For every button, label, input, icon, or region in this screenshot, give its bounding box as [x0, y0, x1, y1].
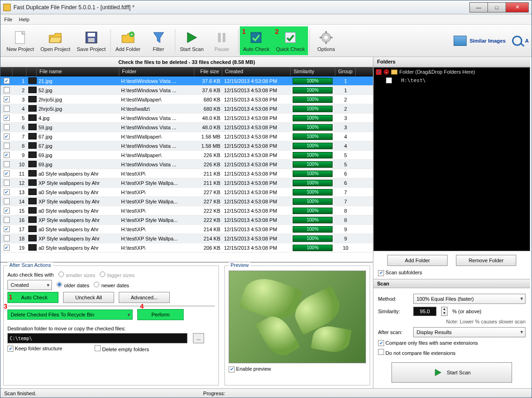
table-row[interactable]: 1069.jpgH:\test\Windows Vista ...226 KB1…	[0, 160, 373, 169]
keep-folder-checkbox[interactable]: Keep folder structure	[7, 346, 62, 352]
info-bar: Check the files to be deleted - 33 files…	[0, 57, 373, 67]
filter-button[interactable]: Filter	[144, 26, 173, 55]
row-checkbox[interactable]	[4, 226, 10, 232]
start-scan-button[interactable]: Start Scan	[177, 26, 207, 55]
table-row[interactable]: 659.jpgH:\test\Windows Vista ...48.0 KB1…	[0, 123, 373, 132]
table-row[interactable]: 16XP Style wallpapers by AhrH:\test\XP S…	[0, 215, 373, 225]
auto-check-action-button[interactable]: Auto Check	[7, 292, 58, 303]
similarity-bar: 100%	[293, 152, 333, 158]
table-row[interactable]: 969.jpgH:\test\Wallpaper\226 KB12/15/201…	[0, 151, 373, 160]
row-checkbox[interactable]	[4, 106, 10, 112]
add-folder-right-button[interactable]: Add Folder	[387, 255, 448, 266]
grid-header[interactable]: File name Folder File size Created Simil…	[0, 67, 373, 76]
quick-check-button[interactable]: 2Quick Check	[273, 26, 308, 55]
after-scan-combo[interactable]: Display Results	[413, 327, 526, 337]
perform-button[interactable]: Perform	[137, 309, 184, 320]
row-checkbox[interactable]	[4, 87, 10, 93]
row-checkbox[interactable]	[4, 208, 10, 214]
spinner-arrows[interactable]: ▲▼	[441, 307, 448, 316]
open-project-button[interactable]: Open Project	[37, 26, 73, 55]
table-row[interactable]: 11a0 Style wallpapers by AhrH:\test\XP\2…	[0, 169, 373, 178]
jpg-icon	[28, 189, 37, 195]
row-checkbox[interactable]	[4, 133, 10, 139]
folders-tree[interactable]: - Folder (Drag&Drop Folders Here) H:\tes…	[373, 67, 530, 251]
table-row[interactable]: 32hrjo5i.jpgH:\test\Wallpaper\680 KB12/1…	[0, 95, 373, 104]
older-dates-radio[interactable]: older dates	[57, 282, 89, 288]
col-filename[interactable]: File name	[37, 67, 119, 76]
advanced-button[interactable]: Advanced...	[119, 292, 170, 303]
start-scan-right-button[interactable]: Start Scan	[391, 362, 512, 383]
uncheck-all-button[interactable]: Uncheck All	[63, 292, 114, 303]
folder-item-row[interactable]: H:\test\	[374, 76, 530, 84]
titlebar[interactable]: Fast Duplicate File Finder 5.0.0.1 - [un…	[0, 0, 532, 14]
maximize-button[interactable]: □	[487, 2, 506, 13]
options-button[interactable]: Options	[311, 26, 341, 55]
smaller-sizes-radio[interactable]: smaller sizes	[58, 272, 96, 278]
no-compare-ext-checkbox[interactable]: Do not compare file extensions	[378, 349, 455, 356]
grid-body[interactable]: 121.jpgH:\test\Windows Vista ...37.6 KB1…	[0, 76, 373, 262]
row-checkbox[interactable]	[4, 124, 10, 130]
table-row[interactable]: 18XP Style wallpapers by AhrH:\test\XP S…	[0, 234, 373, 243]
table-row[interactable]: 13a0 Style wallpapers by AhrH:\test\XP\2…	[0, 188, 373, 197]
row-checkbox[interactable]	[4, 245, 10, 251]
new-project-button[interactable]: New Project	[3, 26, 37, 55]
table-row[interactable]: 767.jpgH:\test\Wallpaper\1.58 MB12/15/20…	[0, 132, 373, 141]
table-row[interactable]: 121.jpgH:\test\Windows Vista ...37.6 KB1…	[0, 76, 373, 86]
minimize-button[interactable]: —	[469, 2, 488, 13]
table-row[interactable]: 14XP Style wallpapers by AhrH:\test\XP S…	[0, 197, 373, 206]
col-similarity[interactable]: Similarity	[291, 67, 335, 76]
auto-check-button[interactable]: 1Auto Check	[240, 26, 273, 55]
row-checkbox[interactable]	[4, 171, 10, 177]
created-combo[interactable]: Created	[7, 280, 52, 290]
destination-path[interactable]: C:\temp\	[7, 333, 187, 343]
row-checkbox[interactable]	[4, 143, 10, 149]
method-combo[interactable]: 100% Equal Files (faster)	[413, 294, 526, 304]
row-checkbox[interactable]	[4, 198, 10, 204]
similarity-spinner[interactable]: 95.0	[413, 307, 436, 316]
row-checkbox[interactable]	[4, 161, 10, 167]
row-checkbox[interactable]	[4, 152, 10, 158]
table-row[interactable]: 12XP Style wallpapers by AhrH:\test\XP S…	[0, 178, 373, 188]
pause-button[interactable]: Pause	[207, 26, 237, 55]
exclude-icon[interactable]: -	[384, 69, 389, 75]
save-project-button[interactable]: Save Project	[74, 26, 109, 55]
row-checkbox[interactable]	[4, 115, 10, 121]
table-row[interactable]: 867.jpgH:\test\Windows Vista ...1.58 MB1…	[0, 141, 373, 151]
row-checkbox[interactable]	[4, 235, 10, 241]
folder-item-check[interactable]	[386, 77, 392, 83]
table-row[interactable]: 42hrjo5i.jpgH:\test\wallz\680 KB12/15/20…	[0, 104, 373, 114]
folder-root-row[interactable]: - Folder (Drag&Drop Folders Here)	[374, 68, 530, 76]
row-checkbox[interactable]	[4, 189, 10, 195]
col-folder[interactable]: Folder	[119, 67, 194, 76]
col-size[interactable]: File size	[194, 67, 222, 76]
action-combo[interactable]: Delete Checked Files To Recycle Bin	[7, 310, 133, 320]
col-group[interactable]: Group	[335, 67, 356, 76]
browse-destination-button[interactable]: ...	[193, 333, 204, 343]
similar-images-link[interactable]: Similar Images	[454, 36, 506, 46]
compare-ext-checkbox[interactable]: Compare only files with same extensions	[378, 340, 478, 347]
table-row[interactable]: 15a0 Style wallpapers by AhrH:\test\XP\2…	[0, 206, 373, 215]
table-row[interactable]: 17a0 Style wallpapers by AhrH:\test\XP\2…	[0, 225, 373, 234]
col-created[interactable]: Created	[222, 67, 291, 76]
enable-preview-checkbox[interactable]: Enable preview	[229, 366, 271, 372]
audio-link[interactable]: A	[512, 36, 529, 46]
row-checkbox[interactable]	[4, 180, 10, 186]
menu-help[interactable]: Help	[19, 17, 30, 22]
remove-folder-button[interactable]: Remove Folder	[456, 255, 516, 266]
table-row[interactable]: 252.jpgH:\test\Windows Vista ...37.6 KB1…	[0, 86, 373, 95]
delete-empty-checkbox[interactable]: Delete empty folders	[95, 345, 149, 352]
similarity-bar: 100%	[293, 96, 333, 103]
row-checkbox[interactable]	[4, 78, 10, 84]
table-row[interactable]: 19a0 Style wallpapers by AhrH:\test\XP\2…	[0, 243, 373, 253]
newer-dates-radio[interactable]: newer dates	[94, 282, 129, 288]
table-row[interactable]: 54.jpgH:\test\Windows Vista ...48.0 KB12…	[0, 114, 373, 123]
add-folder-button[interactable]: +Add Folder	[112, 26, 144, 55]
menu-file[interactable]: File	[4, 17, 13, 22]
include-icon[interactable]	[376, 69, 382, 75]
bigger-sizes-radio[interactable]: bigger sizes	[100, 272, 135, 278]
close-button[interactable]: ✕	[506, 2, 529, 13]
row-checkbox[interactable]	[4, 96, 10, 102]
scan-subfolders-checkbox[interactable]: Scan subfolders	[378, 270, 422, 275]
row-checkbox[interactable]	[4, 217, 10, 223]
similarity-bar: 100%	[293, 235, 333, 242]
